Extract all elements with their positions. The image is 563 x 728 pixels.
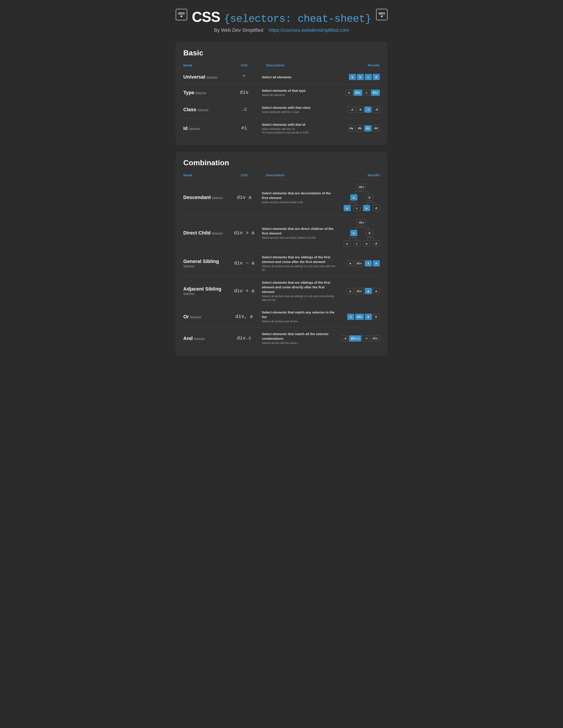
results-cell: adivcdiv [337,84,380,101]
table-row: Class Selector.cSelect elements with tha… [183,101,380,118]
result-badge: .c [364,107,372,113]
result-badge: a [365,314,372,320]
subtitle-line: By Web Dev Simplified https://courses.we… [176,27,388,33]
desc-main: Select elements of that type [262,88,336,93]
logo-triangle-right [381,16,383,17]
name-sub: Selector [189,127,200,131]
results-cell: adivab [337,306,380,328]
desc-cell: Select elements with that classSelect el… [262,101,336,118]
tree-node: b [366,230,373,236]
name-cell: Descendant Selector [183,180,227,215]
logo-left: WDS [176,9,187,20]
name-main: Id [183,126,188,131]
desc-main: Select elements with that class [262,105,336,110]
table-row: Descendant Selectordiv aSelect elements … [183,180,380,215]
result-badge: a [347,260,354,266]
results-cell: .a.b.c.d [337,101,380,118]
desc-cell-content: Select elements that are siblings of the… [262,255,336,272]
desc-cell: Select elements that are descendants of … [262,180,336,215]
tree-node: c [353,240,361,247]
name-sub: Selector [183,265,195,268]
desc-main: Select elements that are descendants of … [262,191,336,200]
result-badge: div [355,260,364,266]
tree-node: b [366,194,373,201]
name-main: Adjacent Sibling [183,286,221,292]
basic-col-name: Name [183,62,227,70]
tree-diagram-direct-child: div ab acad [337,219,380,247]
desc-main: Select elements that are siblings of the… [262,255,336,264]
desc-main: Select elements that are direct children… [262,226,336,236]
tree-node: div [357,184,366,190]
results-badges: .a.b.c.d [337,107,380,113]
desc-sub: Selects all anchors that are siblings of… [262,265,336,272]
byline-text: By Web Dev Simplified [214,27,263,33]
desc-main: Select all elements [262,75,336,79]
css-cell: div.c [226,328,262,349]
name-cell: Id Selector [183,118,227,139]
result-badge: div [371,335,380,341]
desc-cell: Select elements that are siblings of the… [262,276,336,306]
name-sub: Selector [211,232,223,235]
css-cell: .c [226,101,262,118]
desc-sub: Selects all anchors that are siblings of… [262,295,336,302]
name-cell: Or Selector [183,306,227,328]
logo-right: WDS [376,9,388,20]
result-badge: c [363,90,370,96]
basic-table: Name CSS Description Results Universal S… [183,62,380,139]
desc-cell: Select elements of that typeSelect div e… [262,84,336,101]
tree-node: d [373,240,380,247]
logo-text-left: WDS [178,12,185,15]
css-cell: div, a [226,306,262,328]
title-selector: {selectors: cheat-sheet} [224,13,371,25]
desc-cell-content: Select elements that match any selector … [262,310,336,323]
desc-main: Select elements that are siblings of the… [262,280,336,294]
desc-main: Select elements that match any selector … [262,310,336,319]
desc-main: Select elements with that id [262,122,336,127]
desc-sub: Select anchors that are direct children … [262,236,336,240]
main-title: CSS {selectors: cheat-sheet} [176,9,388,25]
result-badge: .b [356,107,364,113]
result-badge: a [373,288,380,294]
combination-table: Name CSS Description Results Descendant … [183,171,380,349]
tree-node: a [344,205,351,211]
desc-cell: Select all elements [262,70,336,84]
results-badges: abcd [337,74,380,80]
name-cell: General Sibling Selector [183,251,227,276]
desc-cell-content: Select elements with that classSelect el… [262,105,336,114]
desc-cell-content: Select elements of that typeSelect div e… [262,88,336,97]
logo-text-right: WDS [379,12,385,15]
result-badge: a [347,314,354,320]
result-badge: .a [348,107,355,113]
table-row: Or Selectordiv, aSelect elements that ma… [183,306,380,328]
basic-col-css: CSS [226,62,262,70]
name-cell: Universal Selector [183,70,227,84]
name-sub: Selector [195,91,206,95]
result-badge: .c [362,335,370,341]
css-cell: * [226,70,262,84]
desc-sub: Selects all anchors and all divs [262,320,336,323]
page-wrapper: WDS WDS CSS {selectors: cheat-sheet} By … [176,9,388,356]
name-sub: Selector [206,76,217,79]
name-main: General Sibling [183,259,219,264]
combo-col-results: Results [337,171,380,180]
result-badge: div [371,90,380,96]
desc-cell: Select elements that are direct children… [262,215,336,251]
combo-col-name: Name [183,171,227,180]
results-badges: #a#b#i#d [337,125,380,131]
result-badge: div [355,288,364,294]
results-cell: adivaa [337,251,380,276]
table-row: Id Selector#iSelect elements with that i… [183,118,380,139]
name-cell: Direct Child Selector [183,215,227,251]
tree-connector [351,190,373,194]
logo-triangle-left [180,16,183,17]
results-cell: abcd [337,70,380,84]
css-cell: div [226,84,262,101]
tree-node: a [350,230,357,236]
results-cell: div ab acad [337,215,380,251]
result-badge: a [349,74,356,80]
desc-cell-content: Select elements that are direct children… [262,226,336,240]
combo-col-css: CSS [226,171,262,180]
result-badge: b [357,74,364,80]
css-cell: div a [226,180,262,215]
name-sub: Selector [212,196,223,200]
